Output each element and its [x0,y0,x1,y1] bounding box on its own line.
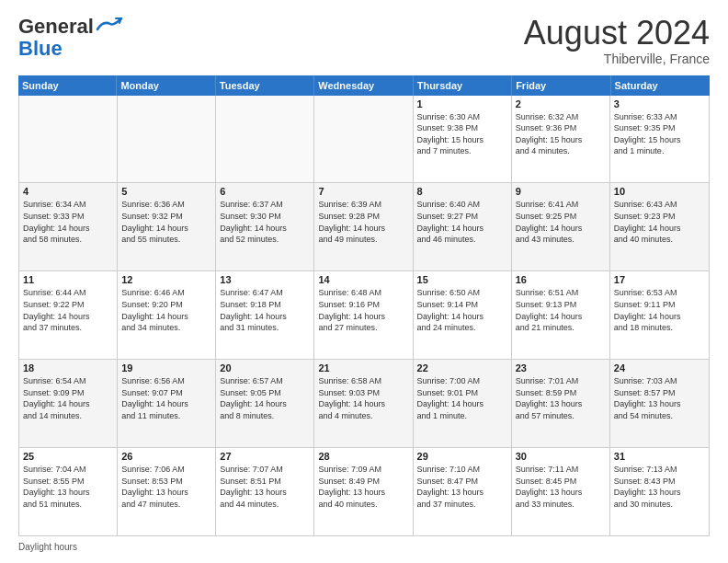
calendar-cell [216,96,314,183]
cell-info: Sunrise: 6:56 AMSunset: 9:07 PMDaylight:… [121,375,211,421]
calendar-cell: 29Sunrise: 7:10 AMSunset: 8:47 PMDayligh… [414,448,512,535]
cell-info: Sunrise: 6:57 AMSunset: 9:05 PMDaylight:… [220,375,310,421]
calendar-cell: 22Sunrise: 7:00 AMSunset: 9:01 PMDayligh… [414,360,512,447]
location: Thiberville, France [524,52,710,66]
calendar-week-5: 25Sunrise: 7:04 AMSunset: 8:55 PMDayligh… [19,448,709,535]
logo-bird-icon [96,17,123,33]
day-number: 19 [121,362,211,373]
calendar-cell: 16Sunrise: 6:51 AMSunset: 9:13 PMDayligh… [512,271,610,359]
day-number: 25 [23,451,113,462]
day-number: 21 [318,362,408,373]
day-number: 2 [516,98,606,109]
cell-info: Sunrise: 6:51 AMSunset: 9:13 PMDaylight:… [516,287,606,333]
page: General Blue August 2024 Thiberville, Fr… [0,0,728,563]
cell-info: Sunrise: 6:50 AMSunset: 9:14 PMDaylight:… [417,287,507,333]
day-number: 16 [516,274,606,285]
cell-info: Sunrise: 6:33 AMSunset: 9:35 PMDaylight:… [614,111,705,157]
cell-info: Sunrise: 6:34 AMSunset: 9:33 PMDaylight:… [23,199,113,245]
day-number: 12 [121,274,211,285]
title-block: August 2024 Thiberville, France [524,15,710,66]
calendar-cell: 8Sunrise: 6:40 AMSunset: 9:27 PMDaylight… [414,183,512,270]
cell-info: Sunrise: 6:43 AMSunset: 9:23 PMDaylight:… [614,199,705,245]
calendar-header: Sunday Monday Tuesday Wednesday Thursday… [18,75,710,96]
daylight-label: Daylight hours [18,542,77,552]
day-number: 3 [614,98,705,109]
calendar-cell [314,96,413,183]
day-number: 17 [614,274,705,285]
calendar-cell: 10Sunrise: 6:43 AMSunset: 9:23 PMDayligh… [610,183,709,270]
cell-info: Sunrise: 7:11 AMSunset: 8:45 PMDaylight:… [516,464,606,510]
calendar-cell: 13Sunrise: 6:47 AMSunset: 9:18 PMDayligh… [216,271,314,359]
header-saturday: Saturday [611,75,710,96]
cell-info: Sunrise: 7:03 AMSunset: 8:57 PMDaylight:… [614,375,705,421]
calendar-cell: 21Sunrise: 6:58 AMSunset: 9:03 PMDayligh… [314,360,413,447]
logo-blue-text: Blue [18,37,63,61]
calendar-cell: 12Sunrise: 6:46 AMSunset: 9:20 PMDayligh… [118,271,216,359]
cell-info: Sunrise: 6:30 AMSunset: 9:38 PMDaylight:… [417,111,507,157]
calendar-cell: 2Sunrise: 6:32 AMSunset: 9:36 PMDaylight… [512,96,610,183]
day-number: 7 [318,186,408,197]
calendar-cell: 23Sunrise: 7:01 AMSunset: 8:59 PMDayligh… [512,360,610,447]
day-number: 8 [417,186,507,197]
calendar-week-3: 11Sunrise: 6:44 AMSunset: 9:22 PMDayligh… [19,271,709,360]
day-number: 29 [417,451,507,462]
day-number: 20 [220,362,310,373]
day-number: 24 [614,362,705,373]
logo-block: General Blue [18,15,123,61]
cell-info: Sunrise: 6:46 AMSunset: 9:20 PMDaylight:… [121,287,211,333]
cell-info: Sunrise: 7:04 AMSunset: 8:55 PMDaylight:… [23,464,113,510]
day-number: 6 [220,186,310,197]
calendar-cell [118,96,216,183]
calendar-cell: 15Sunrise: 6:50 AMSunset: 9:14 PMDayligh… [414,271,512,359]
cell-info: Sunrise: 6:37 AMSunset: 9:30 PMDaylight:… [220,199,310,245]
calendar-week-1: 1Sunrise: 6:30 AMSunset: 9:38 PMDaylight… [19,96,709,184]
calendar-cell: 3Sunrise: 6:33 AMSunset: 9:35 PMDaylight… [610,96,709,183]
day-number: 11 [23,274,113,285]
day-number: 5 [121,186,211,197]
cell-info: Sunrise: 6:32 AMSunset: 9:36 PMDaylight:… [516,111,606,157]
calendar-cell: 7Sunrise: 6:39 AMSunset: 9:28 PMDaylight… [314,183,413,270]
header-thursday: Thursday [414,75,512,96]
header-tuesday: Tuesday [216,75,314,96]
calendar-cell: 28Sunrise: 7:09 AMSunset: 8:49 PMDayligh… [314,448,413,535]
calendar-cell: 25Sunrise: 7:04 AMSunset: 8:55 PMDayligh… [19,448,118,535]
calendar-cell: 4Sunrise: 6:34 AMSunset: 9:33 PMDaylight… [19,183,118,270]
header-wednesday: Wednesday [314,75,413,96]
day-number: 1 [417,98,507,109]
cell-info: Sunrise: 6:39 AMSunset: 9:28 PMDaylight:… [318,199,408,245]
calendar-cell: 19Sunrise: 6:56 AMSunset: 9:07 PMDayligh… [118,360,216,447]
cell-info: Sunrise: 6:41 AMSunset: 9:25 PMDaylight:… [516,199,606,245]
calendar-cell: 31Sunrise: 7:13 AMSunset: 8:43 PMDayligh… [610,448,709,535]
calendar-cell: 30Sunrise: 7:11 AMSunset: 8:45 PMDayligh… [512,448,610,535]
cell-info: Sunrise: 7:06 AMSunset: 8:53 PMDaylight:… [121,464,211,510]
day-number: 23 [516,362,606,373]
cell-info: Sunrise: 6:40 AMSunset: 9:27 PMDaylight:… [417,199,507,245]
cell-info: Sunrise: 7:07 AMSunset: 8:51 PMDaylight:… [220,464,310,510]
cell-info: Sunrise: 7:10 AMSunset: 8:47 PMDaylight:… [417,464,507,510]
cell-info: Sunrise: 6:53 AMSunset: 9:11 PMDaylight:… [614,287,705,333]
calendar-week-4: 18Sunrise: 6:54 AMSunset: 9:09 PMDayligh… [19,360,709,448]
calendar-cell: 6Sunrise: 6:37 AMSunset: 9:30 PMDaylight… [216,183,314,270]
day-number: 13 [220,274,310,285]
logo: General Blue [18,15,123,61]
cell-info: Sunrise: 7:13 AMSunset: 8:43 PMDaylight:… [614,464,705,510]
calendar-cell: 5Sunrise: 6:36 AMSunset: 9:32 PMDaylight… [118,183,216,270]
cell-info: Sunrise: 6:36 AMSunset: 9:32 PMDaylight:… [121,199,211,245]
cell-info: Sunrise: 6:54 AMSunset: 9:09 PMDaylight:… [23,375,113,421]
header: General Blue August 2024 Thiberville, Fr… [18,15,710,66]
header-sunday: Sunday [18,75,117,96]
header-friday: Friday [512,75,610,96]
calendar-cell: 26Sunrise: 7:06 AMSunset: 8:53 PMDayligh… [118,448,216,535]
calendar-cell: 17Sunrise: 6:53 AMSunset: 9:11 PMDayligh… [610,271,709,359]
day-number: 18 [23,362,113,373]
day-number: 27 [220,451,310,462]
day-number: 10 [614,186,705,197]
cell-info: Sunrise: 6:48 AMSunset: 9:16 PMDaylight:… [318,287,408,333]
day-number: 31 [614,451,705,462]
calendar-week-2: 4Sunrise: 6:34 AMSunset: 9:33 PMDaylight… [19,183,709,271]
calendar-cell: 27Sunrise: 7:07 AMSunset: 8:51 PMDayligh… [216,448,314,535]
header-monday: Monday [117,75,215,96]
calendar-cell: 20Sunrise: 6:57 AMSunset: 9:05 PMDayligh… [216,360,314,447]
cell-info: Sunrise: 7:01 AMSunset: 8:59 PMDaylight:… [516,375,606,421]
calendar-body: 1Sunrise: 6:30 AMSunset: 9:38 PMDaylight… [18,96,710,536]
